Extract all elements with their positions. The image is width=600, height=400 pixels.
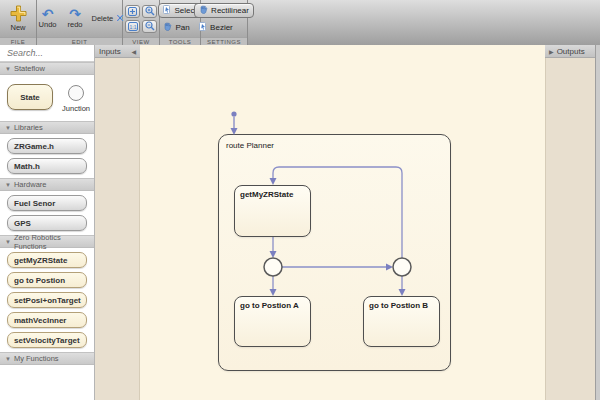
bezier-mode-label: Bezier xyxy=(210,23,233,32)
rectilinear-mode-label: Rectilinear xyxy=(211,6,249,15)
toolbar-group-label-tools: TOOLS xyxy=(160,37,200,45)
section-header-hardware[interactable]: ▼ Hardware xyxy=(0,178,94,191)
toolbar-group-file: New FILE xyxy=(0,0,37,45)
arrowhead-icon xyxy=(386,264,393,271)
delete-button-label: Delete xyxy=(92,14,114,23)
section-header-my-functions[interactable]: ▼ My Functions xyxy=(0,352,94,365)
inputs-panel-body xyxy=(95,58,140,400)
inputs-panel-header[interactable]: Inputs ◀ xyxy=(95,45,140,58)
section-header-stateflow[interactable]: ▼ Stateflow xyxy=(0,62,94,75)
section-header-libraries[interactable]: ▼ Libraries xyxy=(0,121,94,134)
vertical-scrollbar[interactable] xyxy=(595,45,600,400)
arrowhead-icon xyxy=(270,289,277,296)
undo-button[interactable]: ↶ Undo xyxy=(35,8,61,29)
chevron-down-icon: ▼ xyxy=(5,182,11,188)
diagram-canvas[interactable]: route Planner getMyZRSta xyxy=(140,45,545,400)
redo-arrow-icon: ↷ xyxy=(69,8,81,20)
inputs-panel-label: Inputs xyxy=(99,47,121,56)
junction-2[interactable] xyxy=(393,258,411,276)
outputs-panel-label: Outputs xyxy=(557,47,585,56)
initial-transition-dot[interactable] xyxy=(231,111,236,116)
palette-item-setpositiontarget[interactable]: setPosi+onTarget xyxy=(7,292,87,308)
stateflow-editor-window: New FILE ↶ Undo ↷ redo Delete ✕ E xyxy=(0,0,600,400)
toolbar-spacer xyxy=(248,0,600,45)
arrowhead-icon xyxy=(270,178,277,185)
transition-layer xyxy=(140,45,545,400)
hand-icon xyxy=(163,22,172,33)
junction-icon xyxy=(68,85,84,101)
undo-arrow-icon: ↶ xyxy=(42,8,54,20)
cursor-icon xyxy=(199,22,207,33)
palette-item-fuel-senor[interactable]: Fuel Senor xyxy=(7,195,87,211)
rectilinear-mode-button[interactable]: Rectilinear xyxy=(194,3,254,18)
actual-size-icon: 1:1 xyxy=(128,17,138,35)
arrowhead-icon xyxy=(231,128,238,135)
palette-item-junction[interactable]: Junction xyxy=(62,85,90,113)
chevron-down-icon: ▼ xyxy=(5,356,11,362)
palette-item-zrgame-h[interactable]: ZRGame.h xyxy=(7,138,87,154)
stateflow-palette-row: State Junction xyxy=(0,75,94,121)
actual-size-button[interactable]: 1:1 xyxy=(125,20,140,33)
bezier-mode-button[interactable]: Bezier xyxy=(194,20,254,35)
palette-item-setvelocitytarget[interactable]: setVelocityTarget xyxy=(7,332,87,348)
fit-view-button[interactable] xyxy=(125,5,140,18)
palette-item-getmyzrstate[interactable]: getMyZRState xyxy=(7,252,87,268)
state-getmyzrstate[interactable]: getMyZRState xyxy=(234,185,311,237)
delete-button[interactable]: Delete ✕ xyxy=(92,12,125,25)
plus-icon xyxy=(10,5,27,23)
chevron-down-icon: ▼ xyxy=(5,239,11,245)
toolbar: New FILE ↶ Undo ↷ redo Delete ✕ E xyxy=(0,0,600,45)
cursor-icon xyxy=(163,5,171,16)
section-header-zero-robotics-functions[interactable]: ▼ Zero Robotics Functions xyxy=(0,235,94,248)
junction-label: Junction xyxy=(62,104,90,113)
toolbar-group-edit: ↶ Undo ↷ redo Delete ✕ EDIT xyxy=(37,0,123,45)
chevron-down-icon: ▼ xyxy=(5,66,11,72)
collapse-left-icon: ◀ xyxy=(131,48,136,55)
chevron-down-icon: ▼ xyxy=(5,125,11,131)
toolbar-group-label-edit: EDIT xyxy=(37,37,122,45)
redo-button-label: redo xyxy=(68,20,83,29)
undo-button-label: Undo xyxy=(39,20,57,29)
toolbar-group-label-file: FILE xyxy=(0,37,36,45)
expand-right-icon: ▶ xyxy=(549,48,554,55)
zoom-out-icon xyxy=(145,17,155,35)
arrowhead-icon xyxy=(270,251,277,258)
state-go-to-postion-a[interactable]: go to Postion A xyxy=(234,296,311,347)
arrowhead-icon xyxy=(399,289,406,296)
new-button-label: New xyxy=(10,23,25,32)
pan-tool-label: Pan xyxy=(175,23,189,32)
hand-icon xyxy=(199,5,208,16)
palette-item-go-to-postion[interactable]: go to Postion xyxy=(7,272,87,288)
svg-text:1:1: 1:1 xyxy=(129,24,136,30)
toolbar-group-settings: Rectilinear Bezier SETTINGS xyxy=(201,0,248,45)
redo-button[interactable]: ↷ redo xyxy=(64,8,87,29)
outputs-panel-header[interactable]: ▶ Outputs xyxy=(545,45,595,58)
outputs-panel-body xyxy=(545,58,595,400)
search-row xyxy=(0,45,94,62)
state-go-to-postion-b[interactable]: go to Postion B xyxy=(363,296,440,347)
new-button[interactable]: New xyxy=(6,5,31,32)
search-input[interactable] xyxy=(0,48,94,58)
toolbar-group-label-settings: SETTINGS xyxy=(201,37,247,45)
junction-1[interactable] xyxy=(264,258,282,276)
palette-item-math-h[interactable]: Math.h xyxy=(7,158,87,174)
palette-item-state[interactable]: State xyxy=(7,84,53,110)
palette-item-gps[interactable]: GPS xyxy=(7,215,87,231)
toolbar-group-label-view: VIEW xyxy=(123,37,159,45)
palette-item-mathvecinner[interactable]: mathVecInner xyxy=(7,312,87,328)
palette-sidebar: ▼ Stateflow State Junction ▼ Libraries Z… xyxy=(0,45,95,400)
